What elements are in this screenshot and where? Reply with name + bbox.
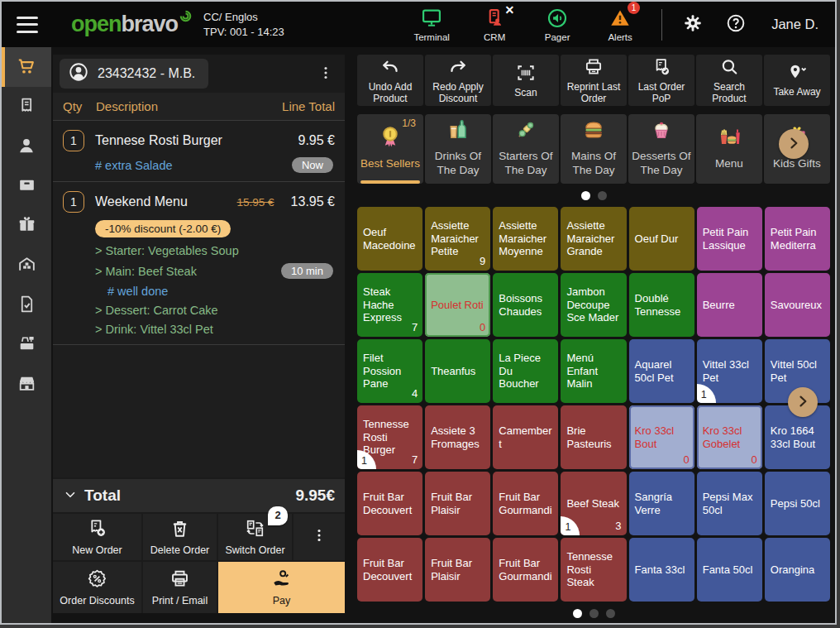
- pagination-dot: [589, 609, 599, 618]
- undo-add-product-button[interactable]: Undo Add Product: [357, 55, 423, 106]
- order-line[interactable]: 1Tennese Rosti Burger9.95 €# extra Salad…: [53, 121, 345, 182]
- product-tile-la-piece-du-boucher[interactable]: La Piece Du Boucher: [493, 339, 558, 403]
- delete-order-button[interactable]: Delete Order: [143, 514, 217, 560]
- product-name: Fanta 50cl: [703, 563, 756, 577]
- product-tile-camembert[interactable]: Camembert: [493, 405, 558, 469]
- take-away-button[interactable]: Take Away: [764, 55, 830, 106]
- product-tile-beef-steak[interactable]: Beef Steak13: [561, 472, 626, 535]
- product-tile-oeuf-dur[interactable]: Oeuf Dur: [629, 207, 694, 271]
- print-email-button[interactable]: Print / Email: [143, 562, 217, 613]
- product-tile-fanta-50cl[interactable]: Fanta 50cl: [697, 538, 762, 602]
- product-tile-kro-33cl-gobelet[interactable]: Kro 33cl Gobelet0: [697, 405, 762, 469]
- product-tile-vittel-33cl-pet[interactable]: Vittel 33cl Pet1: [697, 339, 762, 403]
- product-tile-brie-pasteuris[interactable]: Brie Pasteuris: [561, 405, 626, 469]
- product-tile-men-enfant-malin[interactable]: Menú Enfant Malin: [561, 339, 626, 403]
- product-tile-fruit-bar-gourmandi[interactable]: Fruit Bar Gourmandi: [493, 472, 558, 535]
- product-tile-fruit-bar-plaisir[interactable]: Fruit Bar Plaisir: [425, 538, 490, 602]
- tab-desserts-of-the-day[interactable]: Desserts Of The Day: [628, 114, 694, 184]
- product-name: Fruit Bar Decouvert: [363, 557, 417, 583]
- product-name: Pepsi 50cl: [771, 497, 824, 511]
- product-tile-theanfus[interactable]: Theanfus: [425, 339, 490, 403]
- sidebar-item-customers[interactable]: [2, 127, 51, 166]
- grid-scroll-right-button[interactable]: [788, 387, 818, 417]
- tab-best-sellers[interactable]: 1/3Best Sellers: [357, 114, 423, 184]
- sidebar-item-stock[interactable]: [2, 166, 51, 206]
- product-tile-kro-33cl-bout[interactable]: Kro 33cl Bout0: [629, 405, 694, 469]
- order-line[interactable]: 1Weekend Menu15.95 €13.95 €-10% discount…: [53, 182, 345, 345]
- product-tile-aquarel-50cl-pet[interactable]: Aquarel 50cl Pet: [629, 339, 694, 403]
- product-tile-pepsi-max-50cl[interactable]: Pepsi Max 50cl: [697, 472, 762, 535]
- product-tile-assiete-3-fromages[interactable]: Assiete 3 Fromages: [425, 405, 490, 469]
- avatar-icon: [68, 61, 89, 86]
- last-order-pop-button[interactable]: Last Order PoP: [628, 55, 694, 106]
- tab-label: Drinks Of The Day: [427, 150, 489, 176]
- sidebar-item-warehouse[interactable]: [2, 246, 51, 285]
- in-order-count: 1: [565, 521, 570, 534]
- sidebar-item-gift-cards[interactable]: [2, 206, 51, 246]
- tab-mains-of-the-day[interactable]: Mains Of The Day: [561, 114, 627, 184]
- menu-button[interactable]: [17, 17, 38, 33]
- product-tile-jambon-decoupe-sce-mader[interactable]: Jambon Decoupe Sce Mader: [561, 273, 626, 337]
- sidebar-item-sales[interactable]: [2, 47, 51, 87]
- order-discounts-button[interactable]: Order Discounts: [53, 562, 141, 613]
- stock-count: 7: [412, 453, 418, 467]
- status-crm-button[interactable]: CRM✕: [463, 7, 526, 42]
- product-tile-boissons-chaudes[interactable]: Boissons Chaudes: [493, 273, 558, 337]
- category-pagination-dots: [357, 190, 830, 200]
- sidebar-item-tickets[interactable]: [2, 87, 51, 127]
- user-name[interactable]: Jane D.: [771, 17, 819, 32]
- tab-starters-of-the-day[interactable]: Starters Of The Day: [493, 114, 559, 184]
- new-order-button[interactable]: New Order: [53, 514, 141, 560]
- product-tile-assiette-maraicher-grande[interactable]: Assiette Maraicher Grande: [561, 207, 626, 271]
- status-group: TerminalCRM✕PagerAlerts1: [400, 7, 651, 42]
- product-tile-assiette-maraicher-moyenne[interactable]: Assiette Maraicher Moyenne: [493, 207, 558, 271]
- product-name: Doublé Tennesse: [635, 292, 689, 319]
- action-label: Switch Order: [225, 545, 284, 557]
- product-name: Camembert: [499, 424, 552, 451]
- sidebar-item-documents[interactable]: [2, 285, 51, 325]
- order-menu-button[interactable]: [313, 60, 338, 88]
- reprint-last-order-button[interactable]: Reprint Last Order: [561, 55, 627, 106]
- product-tile-savoureux[interactable]: Savoureux: [765, 273, 830, 337]
- search-product-button[interactable]: Search Product: [696, 55, 762, 106]
- scan-button[interactable]: Scan: [493, 55, 559, 106]
- more-actions-button[interactable]: [294, 514, 345, 560]
- status-pager-button[interactable]: Pager: [526, 7, 589, 42]
- product-name: Orangina: [771, 563, 824, 577]
- product-tile-fruit-bar-gourmandi[interactable]: Fruit Bar Gourmandi: [493, 538, 558, 602]
- product-tile-beurre[interactable]: Beurre: [697, 273, 762, 337]
- tabs-scroll-right-button[interactable]: [779, 129, 809, 159]
- product-tile-petit-pain-lassique[interactable]: Petit Pain Lassique: [697, 207, 762, 271]
- redo-apply-discount-button[interactable]: Redo Apply Discount: [425, 55, 491, 106]
- product-tile-tennesse-rosti-steak[interactable]: Tennesse Rosti Steak: [561, 538, 626, 602]
- product-tile-oeuf-macedoine[interactable]: Oeuf Macedoine: [357, 207, 422, 271]
- product-tile-fruit-bar-plaisir[interactable]: Fruit Bar Plaisir: [425, 472, 490, 535]
- switch-order-button[interactable]: Switch Order2: [218, 514, 292, 560]
- pay-button[interactable]: Pay: [218, 562, 345, 613]
- product-tile-poulet-roti[interactable]: Poulet Roti0: [425, 273, 490, 337]
- product-tile-assiette-maraicher-petite[interactable]: Assiette Maraicher Petite9: [425, 207, 490, 271]
- product-tile-doubl-tennesse[interactable]: Doublé Tennesse: [629, 273, 694, 337]
- status-alerts-button[interactable]: Alerts1: [589, 7, 651, 42]
- product-tile-tennesse-rosti-burger[interactable]: Tennesse Rosti Burger17: [357, 405, 422, 469]
- sidebar-item-store[interactable]: [2, 365, 51, 405]
- stock-count: 9: [480, 255, 485, 268]
- customer-chip[interactable]: 23432432 - M.B.: [60, 59, 208, 89]
- product-tile-sangr-a-verre[interactable]: Sangría Verre: [629, 472, 694, 535]
- product-tile-fruit-bar-decouvert[interactable]: Fruit Bar Decouvert: [357, 472, 422, 535]
- tab-drinks-of-the-day[interactable]: Drinks Of The Day: [425, 114, 491, 184]
- sidebar-item-cash-register[interactable]: [2, 325, 51, 365]
- product-tile-fruit-bar-decouvert[interactable]: Fruit Bar Decouvert: [357, 538, 422, 602]
- product-tile-petit-pain-mediterra[interactable]: Petit Pain Mediterra: [765, 207, 830, 271]
- starters-icon: [513, 117, 538, 146]
- product-tile-steak-hache-express[interactable]: Steak Hache Express7: [357, 273, 422, 337]
- product-tile-filet-possion-pane[interactable]: Filet Possion Pane4: [357, 339, 422, 403]
- product-tile-orangina[interactable]: Orangina: [765, 538, 830, 602]
- status-terminal-button[interactable]: Terminal: [400, 7, 463, 42]
- total-bar[interactable]: Total 9.95€: [53, 479, 345, 512]
- help-button[interactable]: [722, 9, 750, 40]
- tab-menu[interactable]: Menu: [696, 114, 762, 184]
- settings-button[interactable]: [679, 9, 707, 40]
- product-tile-pepsi-50cl[interactable]: Pepsi 50cl: [765, 472, 830, 535]
- product-tile-fanta-33cl[interactable]: Fanta 33cl: [629, 538, 694, 602]
